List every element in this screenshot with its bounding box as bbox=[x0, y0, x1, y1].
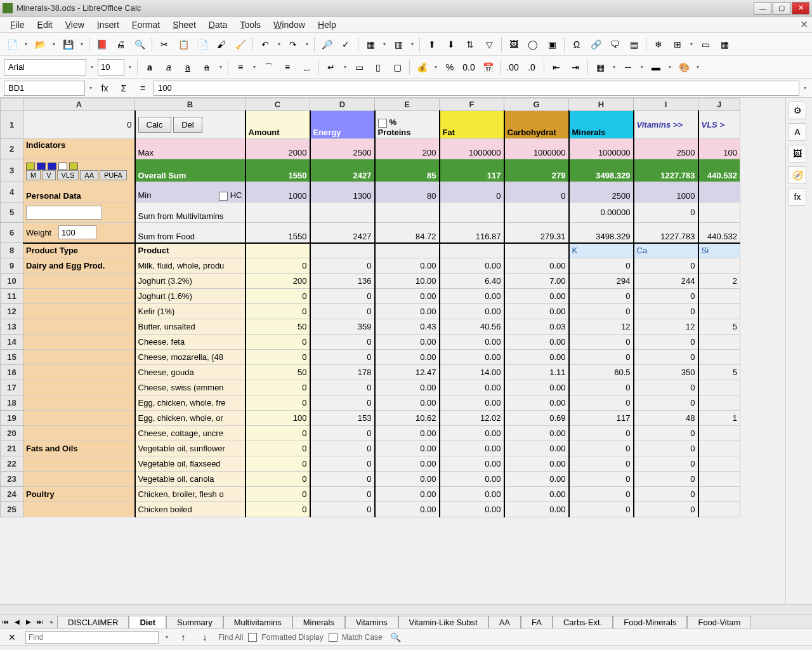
cell-I2[interactable]: 2500 bbox=[634, 139, 698, 159]
function-wizard-icon[interactable]: fx bbox=[96, 80, 113, 96]
cell-I8[interactable]: Ca bbox=[634, 243, 698, 258]
image-icon[interactable]: 🖼 bbox=[506, 36, 522, 53]
sum-icon[interactable]: Σ bbox=[115, 80, 132, 96]
sheet-tab-carbs-ext-[interactable]: Carbs-Ext. bbox=[553, 616, 613, 628]
cell-A6[interactable]: Weight bbox=[23, 223, 135, 243]
tab-next-icon[interactable]: ▶ bbox=[23, 616, 34, 628]
cell-D22[interactable]: 0 bbox=[310, 456, 375, 472]
cell-J23[interactable] bbox=[698, 472, 740, 487]
cell-F24[interactable]: 0.00 bbox=[440, 487, 504, 502]
cell-G22[interactable]: 0.00 bbox=[504, 456, 569, 472]
close-doc-icon[interactable]: ✕ bbox=[800, 18, 808, 30]
cell-B12[interactable]: Kefir (1%) bbox=[135, 304, 246, 319]
unmerge-icon[interactable]: ▯ bbox=[370, 59, 386, 76]
cell-J21[interactable] bbox=[698, 441, 740, 456]
sidebar-properties-icon[interactable]: ⚙ bbox=[789, 102, 806, 119]
cell-D17[interactable]: 0 bbox=[310, 380, 375, 395]
cell-A3[interactable]: MVVLSAAPUFA bbox=[23, 159, 135, 182]
cell-E20[interactable]: 0.00 bbox=[375, 426, 440, 441]
cell-G13[interactable]: 0.03 bbox=[504, 319, 569, 335]
col-header-G[interactable]: G bbox=[504, 98, 569, 111]
row-header-15[interactable]: 15 bbox=[1, 350, 23, 365]
cell-G24[interactable]: 0.00 bbox=[504, 487, 569, 502]
cell-B20[interactable]: Cheese, cottage, uncre bbox=[135, 426, 246, 441]
row-header-6[interactable]: 6 bbox=[1, 223, 23, 243]
row-header-9[interactable]: 9 bbox=[1, 258, 23, 274]
cell-H12[interactable]: 0 bbox=[569, 304, 634, 319]
cell-E25[interactable]: 0.00 bbox=[375, 502, 440, 517]
strike-dropdown[interactable]: ▾ bbox=[218, 59, 224, 76]
sidebar-styles-icon[interactable]: A bbox=[789, 123, 806, 141]
font-name-input[interactable] bbox=[4, 59, 86, 76]
align-h-dropdown[interactable]: ▾ bbox=[251, 59, 258, 76]
col-header-F[interactable]: F bbox=[440, 98, 504, 111]
cell-J25[interactable] bbox=[698, 502, 740, 517]
cell-D21[interactable]: 0 bbox=[310, 441, 375, 456]
headers-icon[interactable]: ▤ bbox=[625, 36, 642, 53]
open-icon[interactable]: 📂 bbox=[32, 36, 48, 53]
cell-E12[interactable]: 0.00 bbox=[375, 304, 440, 319]
row-header-12[interactable]: 12 bbox=[1, 304, 23, 319]
borders-icon[interactable]: ▦ bbox=[592, 59, 608, 76]
row-icon[interactable]: ▦ bbox=[362, 36, 379, 53]
cell-F4[interactable]: 0 bbox=[440, 182, 504, 202]
cell-B6[interactable]: Sum from Food bbox=[135, 223, 246, 243]
cell-D1[interactable]: Energy bbox=[310, 111, 375, 139]
col-header-E[interactable]: E bbox=[375, 98, 440, 111]
align-mid-icon[interactable]: ≡ bbox=[279, 59, 296, 76]
cell-J13[interactable]: 5 bbox=[698, 319, 740, 335]
cell-E13[interactable]: 0.43 bbox=[375, 319, 440, 335]
cell-I15[interactable]: 0 bbox=[634, 350, 698, 365]
cell-B24[interactable]: Chicken, broiler, flesh o bbox=[135, 487, 246, 502]
cell-G3[interactable]: 279 bbox=[504, 159, 569, 182]
cell-C5[interactable] bbox=[246, 202, 310, 223]
cell-J20[interactable] bbox=[698, 426, 740, 441]
split-icon[interactable]: ⊞ bbox=[669, 36, 686, 53]
cell-J12[interactable] bbox=[698, 304, 740, 319]
cell-D24[interactable]: 0 bbox=[310, 487, 375, 502]
cell-A21[interactable]: Fats and Oils bbox=[23, 441, 135, 456]
cell-I3[interactable]: 1227.783 bbox=[634, 159, 698, 182]
cell-G25[interactable]: 0.00 bbox=[504, 502, 569, 517]
cell-H4[interactable]: 2500 bbox=[569, 182, 634, 202]
cell-F3[interactable]: 117 bbox=[440, 159, 504, 182]
cell-E22[interactable]: 0.00 bbox=[375, 456, 440, 472]
wrap-dropdown[interactable]: ▾ bbox=[342, 59, 348, 76]
sheet-tab-aa[interactable]: AA bbox=[488, 616, 521, 628]
cell-E15[interactable]: 0.00 bbox=[375, 350, 440, 365]
cell-C10[interactable]: 200 bbox=[246, 274, 310, 289]
hyperlink-icon[interactable]: 🔗 bbox=[587, 36, 604, 53]
border-style-dropdown[interactable]: ▾ bbox=[639, 59, 645, 76]
cell-J14[interactable] bbox=[698, 335, 740, 350]
row-header-16[interactable]: 16 bbox=[1, 365, 23, 380]
bold-icon[interactable]: a bbox=[141, 59, 158, 76]
sheet-tab-food-vitam[interactable]: Food-Vitam bbox=[687, 616, 751, 628]
currency-dropdown[interactable]: ▾ bbox=[433, 59, 439, 76]
cell-F2[interactable]: 1000000 bbox=[440, 139, 504, 159]
col-header-C[interactable]: C bbox=[246, 98, 310, 111]
cell-H14[interactable]: 0 bbox=[569, 335, 634, 350]
cell-B10[interactable]: Joghurt (3.2%) bbox=[135, 274, 246, 289]
cell-H3[interactable]: 3498.329 bbox=[569, 159, 634, 182]
cell-A1[interactable]: 0 bbox=[23, 111, 135, 139]
align-left-icon[interactable]: ≡ bbox=[232, 59, 249, 76]
cell-I21[interactable]: 0 bbox=[634, 441, 698, 456]
cell-J22[interactable] bbox=[698, 456, 740, 472]
cell-B9[interactable]: Milk, fluid, whole, produ bbox=[135, 258, 246, 274]
cell-I1[interactable]: Vitamins >> bbox=[634, 111, 698, 139]
cell-C12[interactable]: 0 bbox=[246, 304, 310, 319]
sheet-tab-vitamin-like-subst[interactable]: Vitamin-Like Subst bbox=[398, 616, 488, 628]
row-header-22[interactable]: 22 bbox=[1, 456, 23, 472]
select-all-corner[interactable] bbox=[1, 98, 23, 111]
del-decimal-icon[interactable]: .0 bbox=[523, 59, 540, 76]
row-header-1[interactable]: 1 bbox=[1, 111, 23, 139]
cell-I10[interactable]: 244 bbox=[634, 274, 698, 289]
cell-D16[interactable]: 178 bbox=[310, 365, 375, 380]
formatted-display-checkbox[interactable]: Formatted Display bbox=[248, 633, 323, 642]
underline-icon[interactable]: a bbox=[180, 59, 196, 76]
row-header-13[interactable]: 13 bbox=[1, 319, 23, 335]
row-header-4[interactable]: 4 bbox=[1, 182, 23, 202]
cell-C9[interactable]: 0 bbox=[246, 258, 310, 274]
autofilter-icon[interactable]: ⇅ bbox=[462, 36, 478, 53]
cell-B21[interactable]: Vegetable oil, sunflower bbox=[135, 441, 246, 456]
